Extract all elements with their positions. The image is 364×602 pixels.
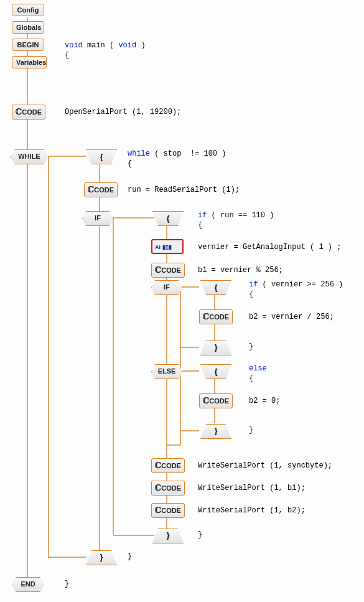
code-if2-close: } — [249, 342, 253, 351]
config-block[interactable]: Config — [12, 4, 44, 16]
code-while: while ( stop != 100 ) — [128, 149, 226, 158]
code-b2div: b2 = vernier / 256; — [249, 313, 334, 321]
open-brace-block[interactable]: { — [200, 280, 231, 295]
begin-block[interactable]: BEGIN — [12, 39, 44, 51]
close-brace-block[interactable]: } — [152, 529, 184, 543]
code-if2-open: { — [249, 290, 253, 299]
code-main-open: { — [65, 51, 69, 60]
code-write2: WriteSerialPort (1, b1); — [198, 484, 306, 492]
ccode-block[interactable]: ℂCODE — [151, 503, 185, 518]
globals-block[interactable]: Globals — [12, 21, 44, 34]
ccode-block[interactable]: ℂCODE — [151, 458, 185, 473]
code-main-close: } — [65, 580, 69, 588]
code-run-read: run = ReadSerialPort (1); — [128, 186, 240, 194]
ccode-block[interactable]: ℂCODE — [151, 481, 185, 496]
code-if-open: { — [198, 221, 202, 230]
code-while-close: } — [128, 552, 132, 561]
end-block[interactable]: END — [12, 577, 44, 592]
ccode-block[interactable]: ℂCODE — [12, 105, 45, 120]
open-brace-block[interactable]: { — [152, 211, 184, 226]
code-else-open: { — [249, 374, 253, 383]
ccode-block[interactable]: ℂCODE — [199, 393, 233, 408]
open-brace-block[interactable]: { — [86, 149, 117, 164]
code-write1: WriteSerialPort (1, syncbyte); — [198, 461, 332, 470]
code-else-close: } — [249, 426, 253, 435]
code-open-serial: OpenSerialPort (1, 19200); — [65, 108, 181, 116]
analog-input-block[interactable]: AI ▮▯▮ — [151, 239, 184, 254]
close-brace-block[interactable]: } — [200, 424, 231, 439]
ccode-block[interactable]: ℂCODE — [84, 182, 118, 197]
if-block[interactable]: IF — [151, 280, 182, 295]
code-if-close: } — [198, 530, 202, 539]
code-while-open: { — [128, 159, 132, 168]
code-else: else — [249, 364, 267, 373]
close-brace-block[interactable]: } — [200, 341, 231, 355]
while-block[interactable]: WHILE — [10, 149, 49, 164]
code-if2: if ( vernier >= 256 ) — [249, 280, 343, 289]
code-vernier: vernier = GetAnalogInput ( 1 ) ; — [198, 243, 341, 252]
ccode-block[interactable]: ℂCODE — [151, 263, 185, 278]
if-block[interactable]: IF — [82, 211, 113, 226]
code-main-sig: void main ( void ) — [65, 41, 146, 50]
else-block[interactable]: ELSE — [151, 364, 182, 379]
close-brace-block[interactable]: } — [86, 550, 117, 565]
code-if: if ( run == 110 ) — [198, 211, 274, 220]
open-brace-block[interactable]: { — [200, 364, 231, 379]
code-b1: b1 = vernier % 256; — [198, 266, 283, 275]
code-write3: WriteSerialPort (1, b2); — [198, 506, 306, 515]
code-b2zero: b2 = 0; — [249, 397, 280, 405]
ccode-block[interactable]: ℂCODE — [199, 309, 233, 324]
variables-block[interactable]: Variables — [12, 56, 47, 68]
